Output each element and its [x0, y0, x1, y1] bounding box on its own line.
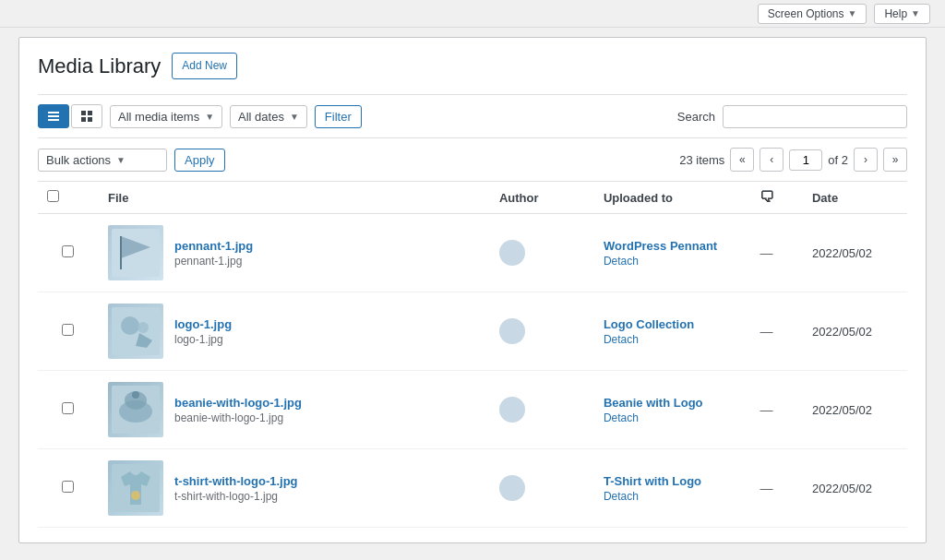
file-info: pennant-1.jpg pennant-1.jpg — [108, 225, 481, 280]
chevron-down-icon: ▼ — [205, 112, 214, 122]
file-subname: beanie-with-logo-1.jpg — [174, 411, 302, 424]
svg-point-13 — [138, 322, 149, 333]
uploaded-cell: WordPress Pennant Detach — [594, 214, 751, 292]
author-column-label: Author — [499, 191, 539, 205]
detach-link[interactable]: Detach — [604, 333, 742, 346]
prev-page-button[interactable]: ‹ — [760, 148, 784, 172]
author-column-header: Author — [490, 182, 594, 214]
comment-cell: — — [750, 292, 803, 371]
row-checkbox-2[interactable] — [62, 402, 74, 414]
table-row: logo-1.jpg logo-1.jpg Logo Collection De… — [38, 292, 907, 371]
search-input[interactable] — [723, 105, 907, 128]
add-new-button[interactable]: Add New — [172, 53, 237, 79]
table-row: pennant-1.jpg pennant-1.jpg WordPress Pe… — [38, 214, 907, 292]
comment-icon: 🗨 — [760, 189, 774, 205]
chevron-down-icon: ▼ — [290, 112, 299, 122]
svg-rect-4 — [88, 111, 92, 115]
file-name-group: beanie-with-logo-1.jpg beanie-with-logo-… — [174, 396, 302, 424]
thumbnail — [108, 382, 163, 437]
media-items-label: All media items — [118, 110, 199, 124]
chevron-down-icon: ▼ — [116, 155, 126, 165]
dates-dropdown[interactable]: All dates ▼ — [230, 105, 307, 128]
apply-button[interactable]: Apply — [174, 149, 225, 172]
file-cell: beanie-with-logo-1.jpg beanie-with-logo-… — [99, 371, 490, 449]
file-cell: logo-1.jpg logo-1.jpg — [99, 292, 490, 371]
help-button[interactable]: Help ▼ — [874, 4, 930, 24]
svg-rect-3 — [81, 111, 86, 115]
row-checkbox-3[interactable] — [62, 481, 74, 493]
file-subname: pennant-1.jpg — [174, 255, 253, 268]
date-cell: 2022/05/02 — [803, 371, 907, 449]
file-name-link[interactable]: logo-1.jpg — [174, 317, 232, 331]
file-column-label: File — [108, 191, 128, 205]
svg-rect-2 — [48, 119, 59, 121]
file-subname: t-shirt-with-logo-1.jpg — [174, 490, 298, 503]
svg-point-17 — [132, 391, 139, 399]
comment-cell: — — [750, 214, 803, 292]
uploaded-column-header: Uploaded to — [594, 182, 751, 214]
uploaded-to-link[interactable]: T-Shirt with Logo — [604, 474, 742, 488]
filter-button[interactable]: Filter — [315, 105, 362, 128]
file-column-header: File — [99, 182, 490, 214]
filter-bar: All media items ▼ All dates ▼ Filter Sea… — [38, 94, 907, 138]
select-all-checkbox[interactable] — [47, 190, 59, 202]
svg-rect-1 — [48, 115, 59, 117]
help-label: Help — [884, 7, 907, 20]
file-name-link[interactable]: t-shirt-with-logo-1.jpg — [174, 474, 298, 488]
page-header: Media Library Add New — [38, 53, 907, 79]
file-name-group: t-shirt-with-logo-1.jpg t-shirt-with-log… — [174, 474, 298, 503]
bulk-actions-dropdown[interactable]: Bulk actions ▼ — [38, 149, 167, 172]
author-cell — [490, 371, 594, 449]
author-cell — [490, 292, 594, 371]
dates-label: All dates — [238, 110, 284, 124]
author-avatar — [499, 318, 525, 344]
comment-cell: — — [750, 449, 803, 528]
search-label: Search — [677, 110, 715, 124]
file-subname: logo-1.jpg — [174, 333, 232, 346]
row-checkbox-cell — [38, 214, 99, 292]
file-name-link[interactable]: beanie-with-logo-1.jpg — [174, 396, 302, 410]
svg-rect-6 — [88, 117, 92, 122]
row-checkbox-0[interactable] — [62, 245, 74, 257]
date-cell: 2022/05/02 — [803, 449, 907, 528]
uploaded-to-link[interactable]: WordPress Pennant — [604, 239, 742, 253]
row-checkbox-cell — [38, 371, 99, 449]
current-page-input[interactable] — [789, 149, 822, 171]
detach-link[interactable]: Detach — [604, 490, 742, 503]
author-cell — [490, 214, 594, 292]
uploaded-to-link[interactable]: Beanie with Logo — [604, 396, 742, 410]
file-name-link[interactable]: pennant-1.jpg — [174, 239, 253, 253]
row-checkbox-cell — [38, 292, 99, 371]
detach-link[interactable]: Detach — [604, 255, 742, 268]
screen-options-button[interactable]: Screen Options ▼ — [758, 4, 867, 24]
top-bar: Screen Options ▼ Help ▼ — [0, 0, 945, 28]
last-page-button[interactable]: » — [883, 148, 907, 172]
file-name-group: pennant-1.jpg pennant-1.jpg — [174, 239, 253, 268]
comment-column-header: 🗨 — [750, 182, 803, 214]
date-column-label: Date — [812, 191, 838, 205]
next-page-button[interactable]: › — [854, 148, 878, 172]
file-name-group: logo-1.jpg logo-1.jpg — [174, 317, 232, 346]
file-info: t-shirt-with-logo-1.jpg t-shirt-with-log… — [108, 460, 481, 516]
first-page-button[interactable]: « — [730, 148, 754, 172]
chevron-down-icon: ▼ — [848, 8, 857, 18]
file-info: beanie-with-logo-1.jpg beanie-with-logo-… — [108, 382, 481, 437]
row-checkbox-1[interactable] — [62, 324, 74, 336]
author-avatar — [499, 475, 525, 501]
detach-link[interactable]: Detach — [604, 411, 742, 424]
grid-view-button[interactable] — [71, 104, 102, 128]
media-table: File Author Uploaded to 🗨 Date — [38, 182, 907, 528]
view-toggle — [38, 104, 102, 128]
svg-rect-0 — [48, 112, 59, 113]
thumbnail — [108, 225, 163, 280]
list-view-button[interactable] — [38, 104, 69, 128]
date-column-header: Date — [803, 182, 907, 214]
list-view-icon — [46, 109, 61, 124]
page-title: Media Library — [38, 54, 161, 78]
media-items-dropdown[interactable]: All media items ▼ — [110, 105, 222, 128]
uploaded-cell: Logo Collection Detach — [594, 292, 751, 371]
uploaded-to-link[interactable]: Logo Collection — [604, 317, 742, 331]
chevron-down-icon: ▼ — [911, 8, 920, 18]
thumbnail — [108, 460, 163, 516]
main-content: Media Library Add New All media items ▼ … — [18, 37, 927, 543]
